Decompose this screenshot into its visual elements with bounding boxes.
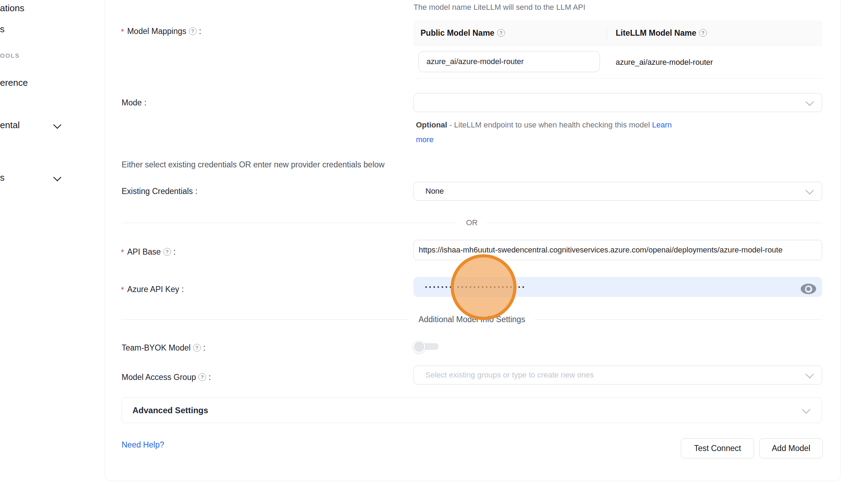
existing-credentials-select[interactable]: None bbox=[414, 182, 822, 201]
sidebar-item[interactable]: s bbox=[0, 24, 5, 35]
learn-more-link[interactable]: more bbox=[416, 135, 433, 144]
learn-more-link[interactable]: Learn bbox=[652, 120, 672, 129]
model-mappings-label: Model Mappings bbox=[121, 25, 201, 37]
chevron-down-icon bbox=[805, 186, 814, 194]
mode-help-text-line2: more bbox=[416, 135, 433, 144]
chevron-down-icon bbox=[805, 97, 814, 106]
model-access-group-label: Model Access Group bbox=[122, 371, 211, 383]
advanced-settings-panel[interactable]: Advanced Settings bbox=[122, 397, 822, 423]
help-icon[interactable] bbox=[198, 373, 206, 381]
click-indicator bbox=[451, 254, 517, 320]
or-divider: OR bbox=[122, 218, 822, 228]
litellm-model-name-value: azure_ai/azure-model-router bbox=[616, 46, 713, 78]
help-icon[interactable] bbox=[163, 248, 171, 256]
required-asterisk bbox=[121, 246, 125, 258]
api-base-label: API Base bbox=[121, 246, 176, 258]
chevron-down-icon[interactable] bbox=[53, 173, 61, 181]
sidebar-section-tools: TOOLS bbox=[0, 53, 20, 60]
help-icon[interactable] bbox=[497, 29, 505, 37]
required-asterisk bbox=[121, 283, 125, 295]
help-icon[interactable] bbox=[699, 29, 707, 37]
mode-help-text: Optional - LiteLLM endpoint to use when … bbox=[416, 120, 672, 130]
sidebar-item-settings[interactable]: s bbox=[0, 172, 5, 183]
table-header: Public Model Name LiteLLM Model Name bbox=[414, 20, 822, 46]
help-icon[interactable] bbox=[193, 344, 201, 352]
sidebar-item-experimental[interactable]: ental bbox=[0, 120, 20, 131]
add-model-button[interactable]: Add Model bbox=[759, 438, 823, 458]
need-help-link[interactable]: Need Help? bbox=[122, 440, 164, 450]
column-header-litellm-model-name: LiteLLM Model Name bbox=[607, 28, 822, 38]
team-byok-label: Team-BYOK Model bbox=[122, 342, 205, 354]
mode-select[interactable] bbox=[414, 93, 822, 112]
chevron-down-icon bbox=[805, 370, 814, 378]
column-divider bbox=[607, 26, 607, 40]
model-mappings-table: Public Model Name LiteLLM Model Name azu… bbox=[414, 20, 822, 79]
sidebar-item-api-reference[interactable]: erence bbox=[0, 77, 28, 88]
mode-label: Mode bbox=[122, 97, 146, 109]
required-asterisk bbox=[121, 25, 125, 37]
test-connect-button[interactable]: Test Connect bbox=[681, 438, 754, 458]
chevron-down-icon bbox=[802, 405, 810, 414]
existing-credentials-label: Existing Credentials bbox=[122, 185, 198, 197]
public-model-name-input[interactable]: azure_ai/azure-model-router bbox=[418, 51, 600, 72]
column-header-public-model-name: Public Model Name bbox=[414, 28, 607, 38]
eye-icon[interactable] bbox=[801, 284, 816, 294]
credentials-note: Either select existing credentials OR en… bbox=[122, 160, 384, 169]
sidebar-item-organizations[interactable]: ations bbox=[0, 3, 24, 14]
table-row: azure_ai/azure-model-router azure_ai/azu… bbox=[414, 46, 822, 79]
azure-api-key-label: Azure API Key bbox=[121, 283, 184, 295]
model-access-group-select[interactable]: Select existing groups or type to create… bbox=[414, 366, 822, 384]
add-model-page: ations s TOOLS erence ental s The model … bbox=[0, 0, 868, 485]
help-icon[interactable] bbox=[189, 27, 197, 35]
toggle-knob bbox=[413, 340, 425, 353]
model-name-hint: The model name LiteLLM will send to the … bbox=[414, 3, 585, 12]
chevron-down-icon[interactable] bbox=[53, 120, 61, 129]
